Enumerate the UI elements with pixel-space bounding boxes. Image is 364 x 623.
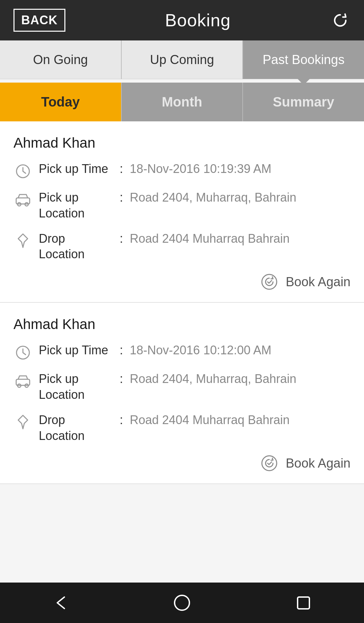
sub-tab-month[interactable]: Month <box>122 83 243 121</box>
pickup-time-value-2: 18-Nov-2016 10:12:00 AM <box>130 343 351 358</box>
pin-icon-1 <box>13 232 32 250</box>
nav-recent-button[interactable] <box>290 589 317 616</box>
booking-2-pickup-location-row: Pick up Location : Road 2404, Muharraq, … <box>13 371 351 403</box>
car-icon-2 <box>13 372 32 390</box>
pin-icon-2 <box>13 413 32 432</box>
clock-icon <box>13 162 32 180</box>
clock-icon-2 <box>13 343 32 362</box>
pickup-location-label-1: Pick up Location <box>39 190 113 221</box>
booking-card-1: Ahmad Khan Pick up Time : 18-Nov-2016 10… <box>0 121 364 303</box>
book-again-label-1[interactable]: Book Again <box>286 275 351 289</box>
page-title: Booking <box>165 10 231 30</box>
booking-card-2: Ahmad Khan Pick up Time : 18-Nov-2016 10… <box>0 303 364 484</box>
pickup-time-label-2: Pick up Time <box>39 343 113 358</box>
booking-2-name: Ahmad Khan <box>13 316 351 332</box>
header: BACK Booking <box>0 0 364 40</box>
svg-rect-11 <box>298 597 309 609</box>
booking-1-pickup-time-row: Pick up Time : 18-Nov-2016 10:19:39 AM <box>13 161 351 180</box>
book-again-icon-2 <box>260 453 280 473</box>
nav-home-button[interactable] <box>169 589 195 616</box>
pickup-location-value-2: Road 2404, Muharraq, Bahrain <box>130 371 351 387</box>
nav-back-button[interactable] <box>47 589 74 616</box>
book-again-label-2[interactable]: Book Again <box>286 456 351 471</box>
booking-2-pickup-time-row: Pick up Time : 18-Nov-2016 10:12:00 AM <box>13 343 351 362</box>
refresh-icon[interactable] <box>330 10 351 30</box>
back-button[interactable]: BACK <box>13 9 65 32</box>
bottom-nav <box>0 583 364 623</box>
drop-location-value-2: Road 2404 Muharraq Bahrain <box>130 412 351 428</box>
sub-tab-bar: Today Month Summary <box>0 83 364 121</box>
booking-1-drop-location-row: Drop Location : Road 2404 Muharraq Bahra… <box>13 231 351 263</box>
tab-past-bookings[interactable]: Past Bookings <box>243 40 364 79</box>
tab-ongoing[interactable]: On Going <box>0 40 122 79</box>
pickup-time-value-1: 18-Nov-2016 10:19:39 AM <box>130 161 351 177</box>
book-again-row-2: Book Again <box>13 453 351 473</box>
tab-upcoming[interactable]: Up Coming <box>122 40 243 79</box>
book-again-row-1: Book Again <box>13 272 351 292</box>
booking-2-drop-location-row: Drop Location : Road 2404 Muharraq Bahra… <box>13 412 351 444</box>
pickup-location-label-2: Pick up Location <box>39 371 113 403</box>
sub-tab-today[interactable]: Today <box>0 83 122 121</box>
drop-location-label-1: Drop Location <box>39 231 113 263</box>
pickup-location-value-1: Road 2404, Muharraq, Bahrain <box>130 190 351 206</box>
booking-1-pickup-location-row: Pick up Location : Road 2404, Muharraq, … <box>13 190 351 221</box>
main-tab-bar: On Going Up Coming Past Bookings <box>0 40 364 79</box>
book-again-icon-1 <box>260 272 280 292</box>
sub-tab-summary[interactable]: Summary <box>243 83 364 121</box>
drop-location-value-1: Road 2404 Muharraq Bahrain <box>130 231 351 247</box>
svg-point-10 <box>175 595 189 610</box>
drop-location-label-2: Drop Location <box>39 412 113 444</box>
booking-list: Ahmad Khan Pick up Time : 18-Nov-2016 10… <box>0 121 364 484</box>
svg-point-4 <box>262 274 277 289</box>
pickup-time-label-1: Pick up Time <box>39 161 113 177</box>
booking-1-name: Ahmad Khan <box>13 135 351 151</box>
car-icon-1 <box>13 190 32 209</box>
svg-point-9 <box>262 456 277 471</box>
